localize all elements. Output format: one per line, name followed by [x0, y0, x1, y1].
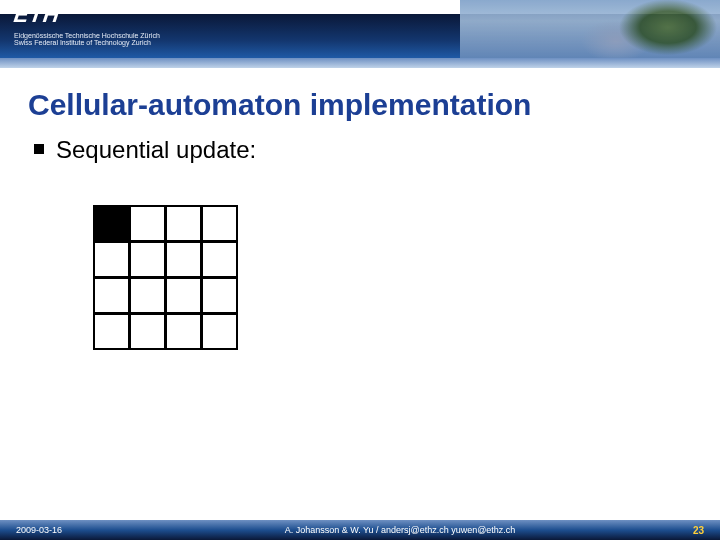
- eth-logo-sub-de: Eidgenössische Technische Hochschule Zür…: [14, 32, 160, 39]
- ca-cell: [93, 277, 130, 314]
- ca-cell: [129, 241, 166, 278]
- ca-cell: [201, 205, 238, 242]
- eth-logo-sub-en: Swiss Federal Institute of Technology Zu…: [14, 39, 160, 46]
- ca-cell-filled: [93, 205, 130, 242]
- ca-cell: [201, 241, 238, 278]
- square-bullet-icon: [34, 144, 44, 154]
- slide-body: Sequential update:: [34, 136, 686, 350]
- header-band: ETH Eidgenössische Technische Hochschule…: [0, 0, 720, 68]
- ca-cell: [165, 277, 202, 314]
- ca-cell: [129, 313, 166, 350]
- bullet-item: Sequential update:: [34, 136, 686, 164]
- ca-grid: [94, 206, 686, 350]
- footer-bar: 2009-03-16 A. Johansson & W. Yu / anders…: [0, 520, 720, 540]
- ca-cell: [129, 205, 166, 242]
- ca-cell: [165, 241, 202, 278]
- ca-cell: [93, 313, 130, 350]
- bullet-text: Sequential update:: [56, 136, 256, 164]
- ca-cell: [165, 205, 202, 242]
- ca-cell: [201, 313, 238, 350]
- logo-block: ETH Eidgenössische Technische Hochschule…: [14, 2, 160, 46]
- slide-title: Cellular-automaton implementation: [28, 88, 692, 122]
- ca-grid-figure: [94, 206, 686, 350]
- footer-date: 2009-03-16: [16, 525, 136, 535]
- ca-cell: [201, 277, 238, 314]
- footer-authors: A. Johansson & W. Yu / andersj@ethz.ch y…: [136, 525, 664, 535]
- header-accent-strip: [0, 58, 720, 68]
- slide: ETH Eidgenössische Technische Hochschule…: [0, 0, 720, 540]
- ca-cell: [93, 241, 130, 278]
- ca-cell: [165, 313, 202, 350]
- footer-page-number: 23: [664, 525, 704, 536]
- ca-cell: [129, 277, 166, 314]
- eth-logo-text: ETH: [12, 2, 61, 28]
